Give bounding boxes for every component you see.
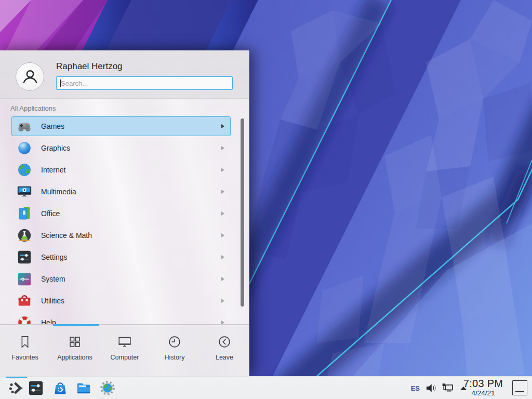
- text-caret: [60, 79, 61, 87]
- graphics-icon: [17, 140, 32, 156]
- tab-computer[interactable]: Computer: [100, 326, 150, 376]
- web-browser-icon[interactable]: [100, 380, 115, 396]
- user-avatar[interactable]: [16, 62, 44, 91]
- clock-date: 4/24/21: [458, 390, 508, 397]
- category-help[interactable]: Help: [0, 312, 249, 324]
- submenu-arrow-icon: [221, 168, 224, 172]
- keyboard-layout-indicator[interactable]: ES: [411, 377, 420, 399]
- category-utilities[interactable]: Utilities: [0, 290, 249, 312]
- search-input[interactable]: [56, 76, 233, 90]
- submenu-arrow-icon: [221, 321, 224, 324]
- application-launcher-menu: Raphael Hertzog All Applications Games: [0, 50, 249, 376]
- monitor-icon: [117, 334, 132, 350]
- taskbar-panel: ES 7:03 PM 4/24/21: [0, 376, 532, 399]
- tab-leave[interactable]: Leave: [200, 326, 249, 376]
- category-graphics[interactable]: Graphics: [0, 137, 249, 159]
- system-settings-icon[interactable]: [28, 380, 44, 396]
- submenu-arrow-icon: [221, 211, 224, 216]
- user-name: Raphael Hertzog: [56, 61, 123, 72]
- show-desktop-button[interactable]: [512, 380, 527, 395]
- submenu-arrow-icon: [221, 124, 224, 128]
- volume-icon[interactable]: [425, 382, 437, 394]
- category-internet[interactable]: Internet: [0, 159, 249, 181]
- app-launcher-icon[interactable]: [8, 380, 24, 396]
- submenu-arrow-icon: [221, 190, 224, 194]
- clock-time: 7:03 PM: [458, 378, 508, 389]
- games-icon: [17, 118, 32, 134]
- launcher-open-indicator: [6, 377, 27, 378]
- clock-icon: [167, 334, 182, 350]
- category-list: Games Graphics: [0, 115, 249, 324]
- grid-icon: [67, 334, 83, 350]
- digital-clock[interactable]: 7:03 PM 4/24/21: [458, 378, 508, 397]
- submenu-arrow-icon: [221, 146, 224, 150]
- multimedia-icon: [17, 184, 32, 200]
- system-icon: [17, 271, 32, 287]
- category-games[interactable]: Games: [0, 115, 249, 137]
- category-settings[interactable]: Settings: [0, 246, 249, 268]
- help-icon: [17, 315, 32, 324]
- category-science-math[interactable]: Science & Math: [0, 224, 249, 246]
- desktop: Raphael Hertzog All Applications Games: [0, 0, 532, 399]
- internet-icon: [17, 162, 32, 178]
- tab-favorites[interactable]: Favorites: [0, 326, 50, 376]
- network-icon[interactable]: [441, 381, 454, 394]
- tab-applications[interactable]: Applications: [50, 326, 100, 376]
- file-manager-icon[interactable]: [76, 380, 91, 396]
- active-tab-indicator: [53, 324, 99, 326]
- category-office[interactable]: Office: [0, 203, 249, 224]
- bookmark-icon: [17, 334, 33, 350]
- user-icon: [21, 68, 39, 86]
- section-label: All Applications: [10, 104, 56, 112]
- utilities-icon: [17, 293, 32, 309]
- science-icon: [17, 228, 32, 243]
- tab-history[interactable]: History: [150, 326, 200, 376]
- submenu-arrow-icon: [221, 277, 224, 281]
- tabbar-divider: [0, 324, 249, 325]
- submenu-arrow-icon: [221, 299, 224, 303]
- launcher-header: Raphael Hertzog: [0, 50, 249, 99]
- list-scrollbar[interactable]: [241, 118, 244, 307]
- launcher-tabbar: Favorites Applications Computer: [0, 326, 249, 376]
- submenu-arrow-icon: [221, 255, 224, 259]
- category-system[interactable]: System: [0, 268, 249, 290]
- discover-icon[interactable]: [52, 380, 68, 396]
- settings-icon: [17, 249, 32, 265]
- submenu-arrow-icon: [221, 233, 224, 237]
- office-icon: [17, 206, 32, 221]
- leave-icon: [217, 334, 232, 350]
- category-multimedia[interactable]: Multimedia: [0, 181, 249, 203]
